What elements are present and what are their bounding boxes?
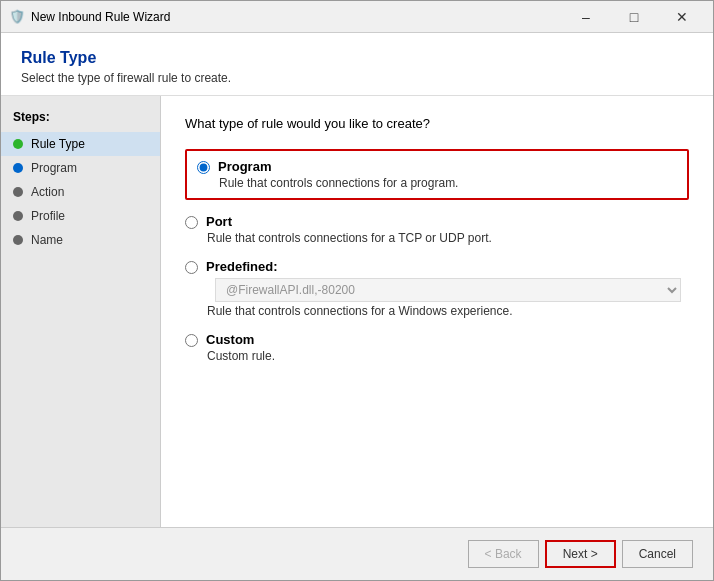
dot-icon-rule-type: [13, 139, 23, 149]
option-group: Program Rule that controls connections f…: [185, 149, 689, 363]
radio-custom[interactable]: [185, 334, 198, 347]
radio-port[interactable]: [185, 216, 198, 229]
dot-icon-name: [13, 235, 23, 245]
page-title: Rule Type: [21, 49, 693, 67]
dot-icon-program: [13, 163, 23, 173]
wizard-window: 🛡️ New Inbound Rule Wizard – □ ✕ Rule Ty…: [0, 0, 714, 581]
header-section: Rule Type Select the type of firewall ru…: [1, 33, 713, 96]
sidebar-item-label-name: Name: [31, 233, 63, 247]
cancel-button[interactable]: Cancel: [622, 540, 693, 568]
page-subtitle: Select the type of firewall rule to crea…: [21, 71, 693, 85]
close-button[interactable]: ✕: [659, 1, 705, 33]
option-predefined-desc: Rule that controls connections for a Win…: [207, 304, 689, 318]
sidebar-item-label-action: Action: [31, 185, 64, 199]
option-predefined[interactable]: Predefined: @FirewallAPI.dll,-80200 Rule…: [185, 259, 689, 318]
dot-icon-action: [13, 187, 23, 197]
footer: < Back Next > Cancel: [1, 527, 713, 580]
option-program-label: Program: [218, 159, 271, 174]
sidebar-item-name[interactable]: Name: [1, 228, 160, 252]
option-port[interactable]: Port Rule that controls connections for …: [185, 214, 689, 245]
option-custom-label: Custom: [206, 332, 254, 347]
radio-predefined[interactable]: [185, 261, 198, 274]
window-controls: – □ ✕: [563, 1, 705, 33]
option-port-label: Port: [206, 214, 232, 229]
steps-label: Steps:: [1, 106, 160, 132]
window-title: New Inbound Rule Wizard: [31, 10, 563, 24]
main-panel: What type of rule would you like to crea…: [161, 96, 713, 527]
dot-icon-profile: [13, 211, 23, 221]
minimize-button[interactable]: –: [563, 1, 609, 33]
option-predefined-label: Predefined:: [206, 259, 278, 274]
maximize-button[interactable]: □: [611, 1, 657, 33]
predefined-dropdown-row: @FirewallAPI.dll,-80200: [185, 278, 689, 302]
radio-program[interactable]: [197, 161, 210, 174]
option-program-desc: Rule that controls connections for a pro…: [219, 176, 677, 190]
sidebar-item-profile[interactable]: Profile: [1, 204, 160, 228]
content-area: Steps: Rule Type Program Action Profile …: [1, 96, 713, 527]
sidebar: Steps: Rule Type Program Action Profile …: [1, 96, 161, 527]
sidebar-item-label-profile: Profile: [31, 209, 65, 223]
sidebar-item-label-program: Program: [31, 161, 77, 175]
option-custom[interactable]: Custom Custom rule.: [185, 332, 689, 363]
sidebar-item-program[interactable]: Program: [1, 156, 160, 180]
window-icon: 🛡️: [9, 9, 25, 25]
next-button[interactable]: Next >: [545, 540, 616, 568]
option-program[interactable]: Program Rule that controls connections f…: [185, 149, 689, 200]
option-port-desc: Rule that controls connections for a TCP…: [207, 231, 689, 245]
predefined-select[interactable]: @FirewallAPI.dll,-80200: [215, 278, 681, 302]
title-bar: 🛡️ New Inbound Rule Wizard – □ ✕: [1, 1, 713, 33]
sidebar-item-label-rule-type: Rule Type: [31, 137, 85, 151]
question-text: What type of rule would you like to crea…: [185, 116, 689, 131]
sidebar-item-rule-type[interactable]: Rule Type: [1, 132, 160, 156]
option-custom-desc: Custom rule.: [207, 349, 689, 363]
sidebar-item-action[interactable]: Action: [1, 180, 160, 204]
back-button[interactable]: < Back: [468, 540, 539, 568]
